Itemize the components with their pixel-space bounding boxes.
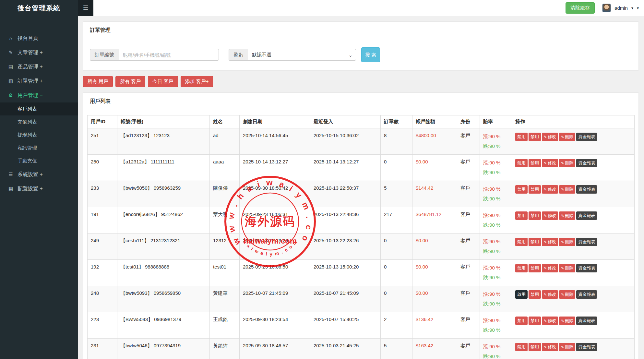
report-button[interactable]: 資金報表 [576, 343, 597, 351]
sidebar-toggle-button[interactable]: ☰ [78, 0, 93, 16]
odds-cell: 漲:90 %跌:90 % [480, 155, 512, 181]
report-button[interactable]: 資金報表 [576, 159, 597, 167]
sidebar-subitem-customer-list[interactable]: 客戶列表 [0, 102, 78, 115]
sidebar-subitem-messages[interactable]: 私訊管理 [0, 141, 78, 154]
status-toggle-button[interactable]: 禁用 [515, 343, 528, 351]
ban-button[interactable]: 禁用 [529, 290, 541, 299]
clear-cache-button[interactable]: 清除緩存 [566, 2, 595, 14]
order-count-cell: 8 [381, 128, 412, 155]
table-row: 251【ad123123】 123123ad2025-10-14 14:56:4… [88, 128, 635, 155]
edit-button[interactable]: ✎修改 [542, 238, 558, 246]
ban-button[interactable]: 禁用 [529, 343, 541, 351]
rise-odds: 漲:90 % [483, 159, 508, 167]
ban-button[interactable]: 禁用 [529, 264, 541, 272]
report-button[interactable]: 資金報表 [576, 185, 597, 194]
sidebar-subitem-withdraw-list[interactable]: 提現列表 [0, 128, 78, 141]
list-icon: ☰ [7, 172, 14, 177]
user-id-cell: 192 [88, 260, 117, 286]
report-button[interactable]: 資金報表 [576, 290, 597, 299]
sidebar-item-home[interactable]: ⌂ 後台首頁 [0, 31, 78, 45]
add-customer-button[interactable]: 添加 客戶+ [181, 76, 213, 87]
sidebar-item-label: 文章管理 + [18, 49, 43, 56]
profit-select[interactable]: 默認不選 ⌄ [248, 49, 356, 61]
order-no-group: 訂單編號 [90, 49, 219, 61]
order-search-input[interactable] [119, 49, 219, 61]
sidebar-subitem-manual-recharge[interactable]: 手動充值 [0, 154, 78, 167]
delete-button[interactable]: ✎刪除 [559, 264, 575, 272]
dropdown-caret-icon[interactable]: ▾ [637, 6, 639, 10]
role-cell: 客戶 [457, 181, 480, 207]
ban-button[interactable]: 禁用 [529, 238, 541, 246]
today-customers-button[interactable]: 今日 客戶 [148, 76, 178, 87]
table-row: 250【a12312a】 1111111111aaaa2025-10-14 13… [88, 155, 635, 181]
username[interactable]: admin [614, 5, 628, 11]
edit-button[interactable]: ✎修改 [542, 159, 558, 167]
report-button[interactable]: 資金報表 [576, 264, 597, 272]
edit-button[interactable]: ✎修改 [542, 264, 558, 272]
ban-button[interactable]: 禁用 [529, 133, 541, 141]
report-button[interactable]: 資金報表 [576, 133, 597, 141]
status-toggle-button[interactable]: 禁用 [515, 185, 528, 194]
all-customers-button[interactable]: 所有 客戶 [115, 76, 145, 87]
fall-odds: 跌:90 % [483, 142, 508, 150]
ban-button[interactable]: 禁用 [529, 317, 541, 325]
status-toggle-button[interactable]: 禁用 [515, 211, 528, 220]
edit-button[interactable]: ✎修改 [542, 133, 558, 141]
sidebar-submenu: 客戶列表 充值列表 提現列表 私訊管理 手動充值 [0, 102, 78, 167]
report-button[interactable]: 資金報表 [576, 211, 597, 220]
ban-button[interactable]: 禁用 [529, 185, 541, 194]
role-cell: 客戶 [457, 128, 480, 155]
status-toggle-button[interactable]: 禁用 [515, 133, 528, 141]
sidebar-item-articles[interactable]: ✎ 文章管理 + [0, 45, 78, 60]
order-count-cell: 217 [381, 207, 412, 233]
search-button[interactable]: 搜 索 [361, 47, 380, 62]
gears-icon: ⚙ [7, 92, 14, 98]
avatar[interactable] [602, 4, 611, 12]
user-id-cell: 248 [88, 286, 117, 312]
delete-button[interactable]: ✎刪除 [559, 343, 575, 351]
column-header: 賠率 [480, 115, 512, 128]
edit-button[interactable]: ✎修改 [542, 317, 558, 325]
status-toggle-button[interactable]: 禁用 [515, 264, 528, 272]
delete-button[interactable]: ✎刪除 [559, 185, 575, 194]
status-toggle-button[interactable]: 禁用 [515, 238, 528, 246]
created-date-cell: 2025-10-14 13:12:27 [240, 155, 310, 181]
rise-odds: 漲:90 % [483, 343, 508, 351]
sidebar-subitem-label: 提現列表 [18, 132, 37, 138]
delete-button[interactable]: ✎刪除 [559, 290, 575, 299]
order-panel-title: 訂單管理 [83, 22, 638, 39]
all-users-button[interactable]: 所有 用戶 [83, 76, 113, 87]
delete-button[interactable]: ✎刪除 [559, 159, 575, 167]
edit-button[interactable]: ✎修改 [542, 185, 558, 194]
user-caret-icon[interactable]: ▾ [631, 6, 633, 10]
delete-button[interactable]: ✎刪除 [559, 317, 575, 325]
edit-button[interactable]: ✎修改 [542, 290, 558, 299]
sidebar-subitem-recharge-list[interactable]: 充值列表 [0, 115, 78, 128]
status-toggle-button[interactable]: 啟用 [515, 290, 528, 299]
sidebar-item-products[interactable]: ▤ 產品管理 + [0, 60, 78, 74]
order-no-label: 訂單編號 [90, 49, 119, 61]
status-toggle-button[interactable]: 禁用 [515, 159, 528, 167]
delete-button[interactable]: ✎刪除 [559, 238, 575, 246]
status-toggle-button[interactable]: 禁用 [515, 317, 528, 325]
delete-button[interactable]: ✎刪除 [559, 133, 575, 141]
edit-icon: ✎ [544, 161, 547, 165]
sidebar-item-users[interactable]: ⚙ 用戶管理 − [0, 88, 78, 102]
created-date-cell: 2025-09-30 18:46:57 [240, 339, 310, 359]
ban-button[interactable]: 禁用 [529, 159, 541, 167]
delete-button[interactable]: ✎刪除 [559, 211, 575, 220]
table-row: 233【bwtw5050】 0958963259陳俊傑2025-09-30 18… [88, 181, 635, 207]
report-button[interactable]: 資金報表 [576, 238, 597, 246]
column-header: 訂單數 [381, 115, 412, 128]
column-header: 創建日期 [240, 115, 310, 128]
edit-button[interactable]: ✎修改 [542, 343, 558, 351]
report-button[interactable]: 資金報表 [576, 317, 597, 325]
name-cell: ad [210, 128, 240, 155]
ban-button[interactable]: 禁用 [529, 211, 541, 220]
sidebar-item-orders[interactable]: ▥ 訂單管理 + [0, 74, 78, 88]
sidebar-item-config[interactable]: ▦ 配置設置 + [0, 182, 78, 196]
edit-button[interactable]: ✎修改 [542, 211, 558, 220]
sidebar-item-system[interactable]: ☰ 系統設置 + [0, 167, 78, 182]
sidebar-item-label: 用戶管理 − [18, 92, 43, 99]
account-cell: 【ad123123】 123123 [117, 128, 210, 155]
